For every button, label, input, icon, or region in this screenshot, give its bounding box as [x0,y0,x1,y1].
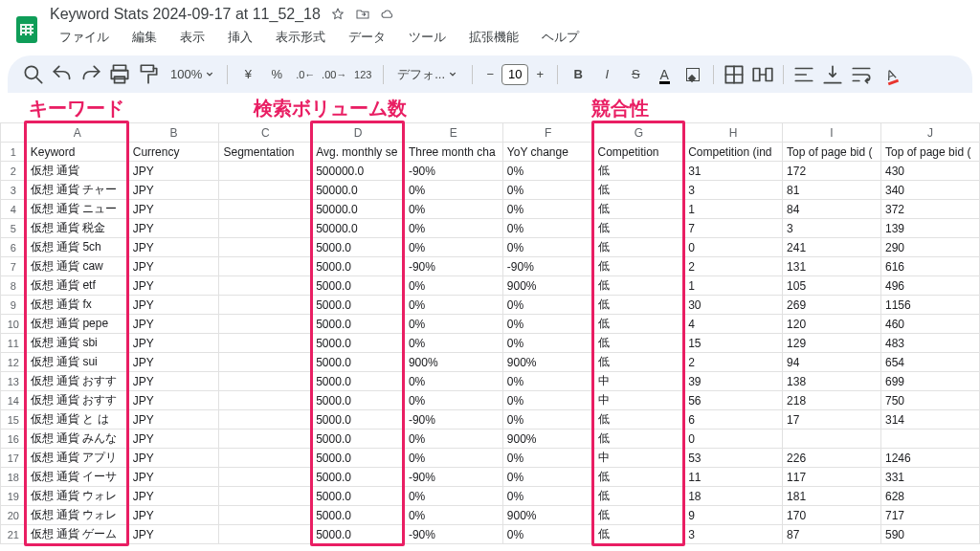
cell[interactable]: 372 [880,200,979,219]
cell[interactable]: 低 [593,410,684,430]
cell[interactable]: 低 [593,334,684,353]
menu-拡張機能[interactable]: 拡張機能 [459,25,528,50]
cell[interactable]: Three month cha [404,143,502,162]
search-menus-icon[interactable] [21,62,46,87]
merge-cells-icon[interactable] [750,62,775,87]
italic-icon[interactable]: I [594,62,619,87]
cell[interactable]: 15 [684,334,783,353]
cell[interactable]: 290 [880,238,979,257]
cell[interactable]: 0% [404,430,502,449]
cell[interactable]: 0% [502,181,593,200]
cell[interactable]: JPY [128,181,219,200]
cell[interactable]: 0% [502,238,593,257]
document-title[interactable]: Keyword Stats 2024-09-17 at 11_52_18 [50,6,321,23]
cell[interactable]: 430 [880,162,979,181]
sheets-logo[interactable] [13,12,40,47]
cell[interactable]: 低 [593,430,684,449]
menu-表示形式[interactable]: 表示形式 [266,25,335,50]
cell[interactable]: -90% [404,257,502,276]
cell[interactable]: 低 [593,315,684,334]
menu-データ[interactable]: データ [339,25,395,50]
cell[interactable]: 低 [593,296,684,315]
cell[interactable]: 226 [783,449,881,468]
cell[interactable]: 56 [684,391,783,410]
cell[interactable]: 654 [880,353,979,372]
cell[interactable]: 717 [880,506,979,525]
more-formats-icon[interactable]: 123 [350,62,375,87]
cell[interactable]: 496 [880,276,979,296]
cell[interactable]: 699 [880,372,979,391]
cell[interactable]: 仮想 通貨 etf [26,276,128,296]
cell[interactable]: JPY [128,525,219,544]
cell[interactable]: 3 [783,219,881,238]
cell[interactable]: 低 [593,238,684,257]
cell[interactable]: 0 [684,238,783,257]
cell[interactable]: JPY [128,315,219,334]
col-header-C[interactable]: C [219,123,312,143]
cell[interactable]: 314 [880,410,979,430]
print-icon[interactable] [107,62,132,87]
cell[interactable]: 53 [684,449,783,468]
undo-icon[interactable] [50,62,75,87]
decrease-decimal-icon[interactable]: .0← [293,62,318,87]
cell[interactable]: 750 [880,391,979,410]
row-header[interactable]: 20 [1,506,27,525]
cell[interactable]: 900% [502,276,593,296]
cell[interactable] [219,487,312,506]
cell[interactable]: JPY [128,200,219,219]
cell[interactable]: 7 [684,219,783,238]
text-wrap-icon[interactable] [849,62,874,87]
select-all-corner[interactable] [1,123,27,143]
cell[interactable]: JPY [128,487,219,506]
cell[interactable] [219,238,312,257]
cell[interactable]: 0% [404,372,502,391]
cell[interactable]: 0% [502,468,593,487]
cell[interactable]: 6 [684,410,783,430]
row-header[interactable]: 9 [1,296,27,315]
cloud-saved-icon[interactable] [380,7,395,22]
cell[interactable]: 17 [783,410,881,430]
zoom-dropdown[interactable]: 100% [165,62,219,87]
cell[interactable]: 138 [783,372,881,391]
cell[interactable]: 460 [880,315,979,334]
cell[interactable]: 仮想 通貨 5ch [26,238,128,257]
cell[interactable]: 340 [880,181,979,200]
cell[interactable]: 87 [783,525,881,544]
cell[interactable]: 仮想 通貨 fx [26,296,128,315]
redo-icon[interactable] [78,62,103,87]
cell[interactable]: 18 [684,487,783,506]
cell[interactable]: 仮想 通貨 sui [26,353,128,372]
cell[interactable]: 0 [684,430,783,449]
row-header[interactable]: 18 [1,468,27,487]
cell[interactable] [219,353,312,372]
row-header[interactable]: 19 [1,487,27,506]
cell[interactable] [219,200,312,219]
col-header-D[interactable]: D [312,123,405,143]
cell[interactable] [219,315,312,334]
cell[interactable]: 仮想 通貨 おすす [26,372,128,391]
col-header-H[interactable]: H [684,123,783,143]
cell[interactable]: 5000.0 [312,506,405,525]
row-header[interactable]: 10 [1,315,27,334]
font-family-dropdown[interactable]: デフォ... [391,62,464,87]
cell[interactable]: 616 [880,257,979,276]
cell[interactable] [219,276,312,296]
row-header[interactable]: 13 [1,372,27,391]
cell[interactable]: Top of page bid ( [783,143,881,162]
cell[interactable]: 0% [404,181,502,200]
cell[interactable]: 5000.0 [312,487,405,506]
cell[interactable]: 39 [684,372,783,391]
cell[interactable]: 仮想 通貨 caw [26,257,128,276]
cell[interactable] [219,334,312,353]
cell[interactable]: 5000.0 [312,449,405,468]
cell[interactable]: 仮想 通貨 ウォレ [26,487,128,506]
cell[interactable]: 低 [593,525,684,544]
menu-ツール[interactable]: ツール [399,25,456,50]
cell[interactable]: 仮想 通貨 と は [26,410,128,430]
menu-ヘルプ[interactable]: ヘルプ [532,25,589,50]
cell[interactable]: 5000.0 [312,276,405,296]
cell[interactable]: 5000.0 [312,238,405,257]
cell[interactable]: JPY [128,238,219,257]
cell[interactable]: 5000.0 [312,372,405,391]
cell[interactable]: 590 [880,525,979,544]
